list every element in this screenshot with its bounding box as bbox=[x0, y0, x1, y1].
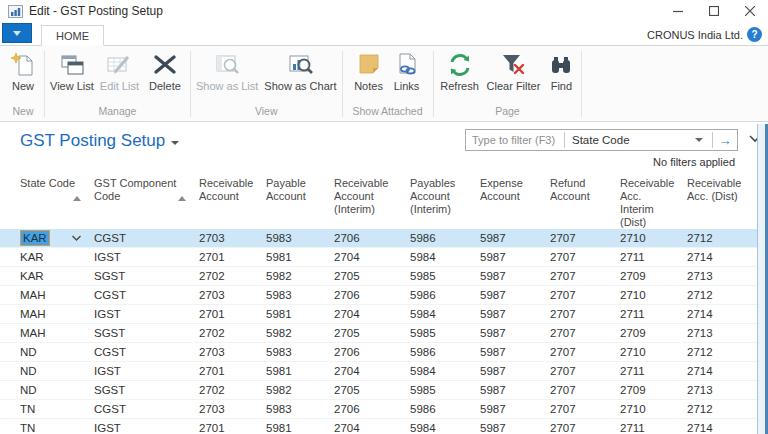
column-header-gst-component-code[interactable]: GST Component Code bbox=[88, 172, 193, 203]
table-row[interactable]: KARIGST27015981270459845987270727112714 bbox=[0, 248, 757, 267]
column-header-receivable-account-interim[interactable]: Receivable Account (Interim) bbox=[328, 172, 404, 216]
table-cell[interactable]: 2703 bbox=[193, 343, 260, 361]
column-header-payable-account[interactable]: Payable Account bbox=[260, 172, 328, 203]
table-cell[interactable]: 2711 bbox=[614, 419, 681, 434]
table-cell[interactable]: 2707 bbox=[544, 362, 614, 380]
table-cell[interactable]: CGST bbox=[88, 286, 193, 304]
table-cell[interactable]: 5987 bbox=[474, 419, 544, 434]
table-cell[interactable]: 5984 bbox=[404, 305, 474, 323]
table-cell[interactable]: SGST bbox=[88, 324, 193, 342]
apply-filter-button[interactable]: → bbox=[713, 130, 737, 150]
table-cell[interactable]: 2705 bbox=[328, 324, 404, 342]
table-cell[interactable]: 2705 bbox=[328, 381, 404, 399]
help-icon[interactable]: ? bbox=[747, 27, 762, 42]
table-cell[interactable]: SGST bbox=[88, 381, 193, 399]
table-cell[interactable]: 5985 bbox=[404, 381, 474, 399]
table-cell[interactable]: 2701 bbox=[193, 305, 260, 323]
table-cell[interactable]: 5987 bbox=[474, 362, 544, 380]
table-cell[interactable]: 5987 bbox=[474, 324, 544, 342]
table-cell[interactable]: 2713 bbox=[681, 381, 757, 399]
table-cell[interactable]: IGST bbox=[88, 419, 193, 434]
show-as-chart-button[interactable]: Show as Chart bbox=[261, 48, 339, 92]
table-cell[interactable]: 5984 bbox=[404, 419, 474, 434]
table-cell[interactable]: 2701 bbox=[193, 419, 260, 434]
table-cell[interactable]: 5987 bbox=[474, 229, 544, 247]
show-as-list-button[interactable]: Show as List bbox=[193, 48, 261, 92]
table-cell[interactable]: 2707 bbox=[544, 229, 614, 247]
table-cell[interactable]: 5982 bbox=[260, 267, 328, 285]
table-cell[interactable]: 5986 bbox=[404, 286, 474, 304]
table-cell[interactable]: 2710 bbox=[614, 229, 681, 247]
close-button[interactable] bbox=[732, 0, 768, 22]
column-header-state-code[interactable]: State Code bbox=[14, 172, 88, 190]
row-selector[interactable] bbox=[0, 248, 14, 266]
table-cell[interactable]: 2707 bbox=[544, 248, 614, 266]
table-cell[interactable]: 2709 bbox=[614, 324, 681, 342]
notes-button[interactable]: Notes bbox=[350, 48, 388, 92]
table-cell[interactable]: 2712 bbox=[681, 400, 757, 418]
table-cell[interactable]: TN bbox=[14, 419, 88, 434]
table-cell[interactable]: KAR bbox=[14, 229, 88, 247]
table-cell[interactable]: 2702 bbox=[193, 267, 260, 285]
table-row[interactable]: MAHIGST27015981270459845987270727112714 bbox=[0, 305, 757, 324]
table-cell[interactable]: 2713 bbox=[681, 324, 757, 342]
row-selector[interactable] bbox=[0, 419, 14, 434]
table-cell[interactable]: 5984 bbox=[404, 248, 474, 266]
application-menu-button[interactable] bbox=[2, 23, 32, 43]
table-cell[interactable]: 2710 bbox=[614, 286, 681, 304]
minimize-button[interactable] bbox=[660, 0, 696, 22]
view-list-button[interactable]: View List bbox=[47, 48, 97, 92]
column-header-payables-account-interim[interactable]: Payables Account (Interim) bbox=[404, 172, 474, 216]
table-cell[interactable]: 2712 bbox=[681, 343, 757, 361]
table-cell[interactable]: 5983 bbox=[260, 400, 328, 418]
table-cell[interactable]: 2714 bbox=[681, 362, 757, 380]
table-cell[interactable]: 2707 bbox=[544, 286, 614, 304]
cell-dropdown-icon[interactable] bbox=[71, 233, 82, 243]
table-cell[interactable]: 5981 bbox=[260, 419, 328, 434]
column-header-receivable-acc-interim-dist[interactable]: Receivable Acc. Interim (Dist) bbox=[614, 172, 681, 229]
table-cell[interactable]: KAR bbox=[14, 248, 88, 266]
table-cell[interactable]: 5984 bbox=[404, 362, 474, 380]
table-cell[interactable]: CGST bbox=[88, 400, 193, 418]
table-cell[interactable]: 2710 bbox=[614, 343, 681, 361]
table-cell[interactable]: 2704 bbox=[328, 248, 404, 266]
new-button[interactable]: New bbox=[4, 48, 42, 92]
table-cell[interactable]: 5987 bbox=[474, 267, 544, 285]
table-cell[interactable]: 2705 bbox=[328, 267, 404, 285]
delete-button[interactable]: Delete bbox=[142, 48, 188, 92]
table-cell[interactable]: 2701 bbox=[193, 362, 260, 380]
table-cell[interactable]: 5987 bbox=[474, 381, 544, 399]
table-cell[interactable]: 2711 bbox=[614, 248, 681, 266]
table-cell[interactable]: IGST bbox=[88, 362, 193, 380]
table-cell[interactable]: 5986 bbox=[404, 229, 474, 247]
table-cell[interactable]: ND bbox=[14, 343, 88, 361]
row-selector[interactable] bbox=[0, 324, 14, 342]
row-selector[interactable] bbox=[0, 343, 14, 361]
table-cell[interactable]: 5985 bbox=[404, 267, 474, 285]
column-header-expense-account[interactable]: Expense Account bbox=[474, 172, 544, 203]
table-cell[interactable]: TN bbox=[14, 400, 88, 418]
table-cell[interactable]: 2706 bbox=[328, 343, 404, 361]
row-selector[interactable] bbox=[0, 229, 14, 247]
page-title-caret-icon[interactable] bbox=[171, 141, 179, 145]
table-cell[interactable]: 2707 bbox=[544, 343, 614, 361]
table-cell[interactable]: 2704 bbox=[328, 419, 404, 434]
table-row[interactable]: TNCGST27035983270659865987270727102712 bbox=[0, 400, 757, 419]
page-title[interactable]: GST Posting Setup bbox=[20, 131, 165, 151]
filter-input[interactable] bbox=[466, 131, 564, 149]
table-cell[interactable]: 5982 bbox=[260, 381, 328, 399]
table-cell[interactable]: 5983 bbox=[260, 343, 328, 361]
row-selector[interactable] bbox=[0, 267, 14, 285]
table-cell[interactable]: ND bbox=[14, 362, 88, 380]
tab-home[interactable]: HOME bbox=[41, 25, 104, 46]
table-cell[interactable]: 2707 bbox=[544, 381, 614, 399]
table-cell[interactable]: 2710 bbox=[614, 400, 681, 418]
table-cell[interactable]: 5986 bbox=[404, 343, 474, 361]
table-row[interactable]: NDIGST27015981270459845987270727112714 bbox=[0, 362, 757, 381]
table-cell[interactable]: MAH bbox=[14, 324, 88, 342]
table-cell[interactable]: 2703 bbox=[193, 229, 260, 247]
table-cell[interactable]: SGST bbox=[88, 267, 193, 285]
table-cell[interactable]: 2707 bbox=[544, 419, 614, 434]
table-cell[interactable]: CGST bbox=[88, 229, 193, 247]
table-cell[interactable]: 5981 bbox=[260, 305, 328, 323]
